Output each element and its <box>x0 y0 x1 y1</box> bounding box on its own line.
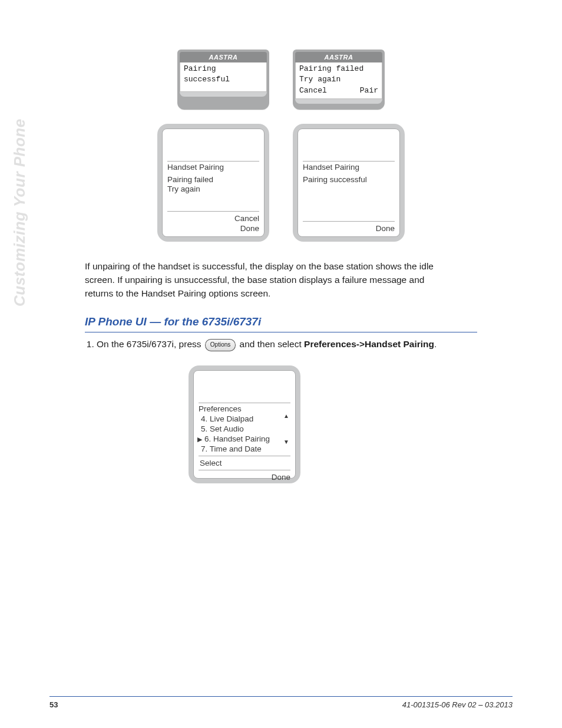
large-screens-row: Handset Pairing Pairing failed Try again… <box>35 124 527 242</box>
handset-base <box>295 99 382 104</box>
handset-screen-failed: AASTRA Pairing failed Try again Cancel P… <box>293 50 385 110</box>
preferences-title: Preferences <box>199 404 290 414</box>
arrow-down-icon[interactable]: ▼ <box>283 439 289 446</box>
base-screen-content: Handset Pairing Pairing successful <box>303 163 395 220</box>
status-line2: Try again <box>167 185 259 195</box>
step-1-path: Preferences->Handset Pairing <box>304 339 434 349</box>
pairing-line2: successful <box>184 74 263 85</box>
body-paragraph-unpairing: If unpairing of the handset is successfu… <box>85 259 444 301</box>
brand-label: AASTRA <box>295 52 382 62</box>
pairing-line1: Pairing <box>184 64 263 74</box>
base-screen-failed: Handset Pairing Pairing failed Try again… <box>157 124 269 242</box>
page-number: 53 <box>49 700 58 709</box>
handset-base <box>180 92 267 97</box>
section-rule <box>85 332 477 332</box>
pairing-failed-line2: Try again <box>299 74 378 85</box>
arrow-up-icon[interactable]: ▲ <box>283 413 289 420</box>
base-screen-content: Handset Pairing Pairing failed Try again <box>167 163 259 210</box>
panel-title: Handset Pairing <box>167 163 259 173</box>
menu-item-live-dialpad[interactable]: 4. Live Dialpad <box>199 414 290 424</box>
done-button[interactable]: Done <box>376 224 395 234</box>
done-softkey[interactable]: Done <box>272 473 290 483</box>
section-heading: IP Phone UI — for the 6735i/6737i <box>85 315 477 328</box>
cancel-button[interactable]: Cancel <box>234 214 259 224</box>
preferences-screen: Preferences ▲ ▼ 4. Live Dialpad 5. Set A… <box>189 365 300 483</box>
status-line1: Pairing successful <box>303 175 395 185</box>
menu-item-set-audio[interactable]: 5. Set Audio <box>199 424 290 434</box>
status-line1: Pairing failed <box>167 175 259 185</box>
panel-title: Handset Pairing <box>303 163 395 173</box>
pair-softkey[interactable]: Pair <box>360 85 378 96</box>
selection-caret-icon: ▶ <box>197 436 202 444</box>
options-key-icon[interactable]: Options <box>205 339 236 351</box>
handset-screen-body: Pairing successful <box>180 62 267 92</box>
sidebar-rotated-title: Customizing Your Phone <box>11 118 29 307</box>
small-screens-row: AASTRA Pairing successful AASTRA Pairing… <box>35 50 527 110</box>
base-screen-success: Handset Pairing Pairing successful Done <box>293 124 405 242</box>
menu-item-time-and-date[interactable]: 7. Time and Date <box>199 444 290 454</box>
doc-revision: 41-001315-06 Rev 02 – 03.2013 <box>402 700 513 709</box>
brand-label: AASTRA <box>180 52 267 62</box>
steps-list: On the 6735i/6737i, press Options and th… <box>85 337 444 351</box>
pairing-failed-line1: Pairing failed <box>299 64 378 74</box>
handset-screen-success: AASTRA Pairing successful <box>177 50 269 110</box>
handset-screen-body: Pairing failed Try again Cancel Pair <box>295 62 382 99</box>
page-footer: 53 41-001315-06 Rev 02 – 03.2013 <box>0 696 562 709</box>
select-softkey[interactable]: Select <box>199 457 290 469</box>
step-1-part-a: On the 6735i/6737i, press <box>97 339 204 349</box>
done-button[interactable]: Done <box>234 224 259 234</box>
step-1-part-b: and then select <box>240 339 304 349</box>
preferences-content: Preferences ▲ ▼ 4. Live Dialpad 5. Set A… <box>199 404 290 454</box>
step-1: On the 6735i/6737i, press Options and th… <box>97 337 444 351</box>
cancel-softkey[interactable]: Cancel <box>299 85 327 96</box>
menu-item-handset-pairing[interactable]: ▶6. Handset Pairing <box>195 434 290 444</box>
